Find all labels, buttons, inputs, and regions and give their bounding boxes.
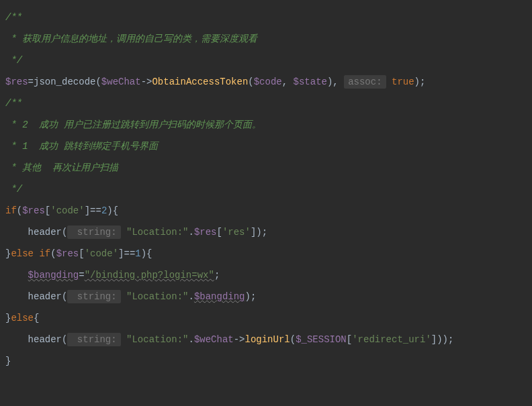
code-line: header( string: "Location:".$weChat->log… — [5, 329, 527, 350]
comment-line: * 其他 再次让用户扫描 — [5, 157, 527, 179]
param-hint: string: — [67, 290, 120, 303]
code-line: header( string: "Location:".$bangding); — [5, 286, 527, 307]
code-line: header( string: "Location:".$res['res'])… — [5, 221, 527, 243]
comment-line: /** — [5, 7, 527, 28]
code-line: $res=json_decode($weChat->ObtainAccessTo… — [5, 71, 527, 93]
param-hint: string: — [67, 333, 120, 346]
comment-line: */ — [5, 50, 527, 71]
code-line: if($res['code']==2){ — [5, 200, 527, 221]
comment-line: /** — [5, 93, 527, 114]
code-line: }else{ — [5, 307, 527, 329]
param-hint: assoc: — [344, 75, 386, 89]
code-line: $bangding="/binding.php?login=wx"; — [5, 264, 527, 286]
code-line: }else if($res['code']==1){ — [5, 243, 527, 264]
code-editor[interactable]: /** * 获取用户信息的地址，调用的自己写的类，需要深度观看 */ $res=… — [5, 7, 527, 372]
comment-line: * 获取用户信息的地址，调用的自己写的类，需要深度观看 — [5, 28, 527, 50]
code-line: } — [5, 350, 527, 372]
comment-line: * 2 成功 用户已注册过跳转到用户扫码的时候那个页面。 — [5, 114, 527, 136]
comment-line: * 1 成功 跳转到绑定手机号界面 — [5, 136, 527, 157]
comment-line: */ — [5, 179, 527, 200]
param-hint: string: — [67, 225, 120, 239]
